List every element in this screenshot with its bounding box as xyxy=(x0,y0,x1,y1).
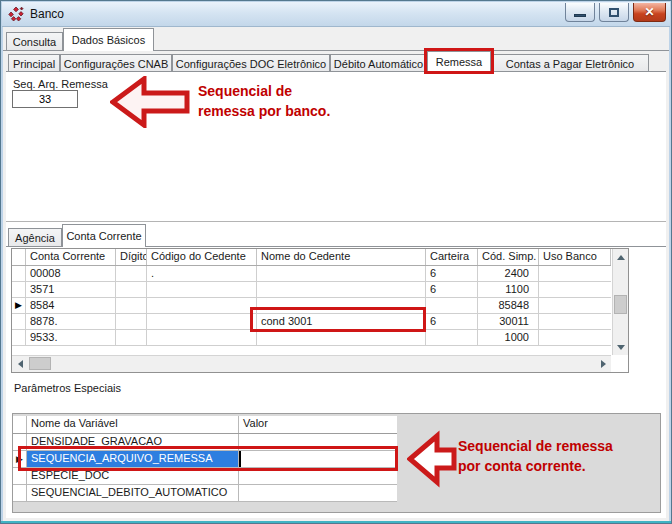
cell-uso-banco[interactable] xyxy=(539,298,611,313)
cell-nome-variavel[interactable]: SEQUENCIAL_DEBITO_AUTOMATICO xyxy=(27,485,239,501)
row-marker-cell xyxy=(12,330,26,345)
sequencia-arquivo-remessa-highlight-box xyxy=(18,446,398,471)
tab-principal-label: Principal xyxy=(13,58,55,70)
tab-dados-basicos-label: Dados Básicos xyxy=(72,34,145,46)
cell-cod-simp[interactable]: 1100 xyxy=(478,282,539,297)
cell-nome[interactable] xyxy=(257,330,426,345)
tab-dados-basicos[interactable]: Dados Básicos xyxy=(63,28,154,51)
row-marker-cell xyxy=(13,485,27,501)
cell-digito[interactable] xyxy=(116,298,147,313)
cell-valor[interactable] xyxy=(239,485,397,501)
col-header-nome-variavel: Nome da Variável xyxy=(27,416,239,433)
horizontal-scroll-thumb[interactable] xyxy=(29,357,51,370)
scroll-right-button[interactable] xyxy=(595,356,611,372)
table-row[interactable]: SEQUENCIAL_DEBITO_AUTOMATICO xyxy=(13,485,397,502)
tab-agencia[interactable]: Agência xyxy=(8,228,62,247)
titlebar[interactable]: Banco ✕ xyxy=(2,2,670,27)
scroll-down-button[interactable] xyxy=(613,339,629,355)
table-row[interactable]: 9533. 1000 xyxy=(12,330,611,346)
row-marker-cell xyxy=(12,282,26,297)
marker-column-header xyxy=(12,249,26,265)
cell-digito[interactable] xyxy=(116,266,147,281)
cell-uso-banco[interactable] xyxy=(539,282,611,297)
tab-conta-corrente[interactable]: Conta Corrente xyxy=(62,224,146,247)
tab-debito-automatico[interactable]: Débito Automático xyxy=(330,54,427,72)
scroll-up-button[interactable] xyxy=(613,249,629,265)
cell-cod-simp[interactable]: 30011 xyxy=(478,314,539,329)
chevron-right-icon xyxy=(601,360,606,368)
close-button[interactable]: ✕ xyxy=(633,3,666,22)
col-header-codigo-cedente: Código do Cedente xyxy=(147,249,257,265)
cell-digito[interactable] xyxy=(116,282,147,297)
remessa-page: Seq. Arq. Remessa Sequencial de remessa … xyxy=(6,72,666,518)
vertical-scroll-thumb[interactable] xyxy=(614,295,627,314)
cell-conta[interactable]: 9533. xyxy=(26,330,116,345)
cell-codigo[interactable]: . xyxy=(147,266,257,281)
vertical-scrollbar[interactable] xyxy=(612,249,628,355)
row-marker-cell xyxy=(12,314,26,329)
cell-carteira[interactable]: 6 xyxy=(426,266,478,281)
cell-codigo[interactable] xyxy=(147,314,257,329)
close-icon: ✕ xyxy=(644,6,654,18)
marker-column-header xyxy=(13,416,27,433)
tab-principal[interactable]: Principal xyxy=(8,54,60,72)
restore-icon xyxy=(609,8,619,17)
horizontal-scrollbar[interactable] xyxy=(12,355,611,372)
annotation-top-line2: remessa por banco. xyxy=(198,101,330,121)
cell-carteira[interactable] xyxy=(426,298,478,313)
tab-configuracoes-cnab-label: Configurações CNAB xyxy=(64,58,169,70)
cell-codigo[interactable] xyxy=(147,282,257,297)
col-header-digito: Dígito xyxy=(116,249,147,265)
annotation-bottom-line1: Sequencial de remessa xyxy=(458,436,613,456)
banco-window: Banco ✕ Consulta Dados Básicos Principal… xyxy=(0,0,672,524)
annotation-top-line1: Sequencial de xyxy=(198,81,330,101)
row-marker-icon: ▶ xyxy=(12,298,26,313)
table-row[interactable]: 00008 . 6 2400 xyxy=(12,266,611,282)
tab-agencia-label: Agência xyxy=(15,232,55,244)
grid-header-row: Nome da Variável Valor xyxy=(13,416,397,434)
seq-arq-remessa-input[interactable] xyxy=(12,90,78,108)
cell-conta[interactable]: 00008 xyxy=(26,266,116,281)
window-bottom-edge xyxy=(1,521,671,523)
cell-conta[interactable]: 8584 xyxy=(26,298,116,313)
cell-codigo[interactable] xyxy=(147,298,257,313)
tab-configuracoes-doc-eletronico[interactable]: Configurações DOC Eletrônico xyxy=(172,54,330,72)
cell-uso-banco[interactable] xyxy=(539,266,611,281)
remessa-highlight-box xyxy=(424,48,494,74)
cell-digito[interactable] xyxy=(116,330,147,345)
col-header-uso-banco: Uso Banco xyxy=(539,249,611,265)
cell-uso-banco[interactable] xyxy=(539,314,611,329)
tab-consulta[interactable]: Consulta xyxy=(6,32,63,51)
arrow-left-icon-top xyxy=(110,76,190,128)
cell-conta[interactable]: 8878. xyxy=(26,314,116,329)
tab-contas-a-pagar-eletronico[interactable]: Contas a Pagar Eletrônico xyxy=(491,54,649,72)
annotation-top: Sequencial de remessa por banco. xyxy=(198,81,330,121)
arrow-left-icon-bottom xyxy=(407,430,457,488)
app-icon xyxy=(8,6,24,22)
col-header-carteira: Carteira xyxy=(426,249,478,265)
row-marker-cell xyxy=(12,266,26,281)
annotation-bottom: Sequencial de remessa por conta corrente… xyxy=(458,436,613,476)
cell-cod-simp[interactable]: 1000 xyxy=(478,330,539,345)
cell-conta[interactable]: 3571 xyxy=(26,282,116,297)
chevron-left-icon xyxy=(18,360,23,368)
tab-configuracoes-cnab[interactable]: Configurações CNAB xyxy=(60,54,172,72)
cell-codigo[interactable] xyxy=(147,330,257,345)
table-row[interactable]: 3571 6 1100 xyxy=(12,282,611,298)
parametros-especiais-label: Parâmetros Especiais xyxy=(14,382,121,394)
minimize-button[interactable] xyxy=(565,3,595,22)
grid-header-row: Conta Corrente Dígito Código do Cedente … xyxy=(12,249,611,266)
cell-nome[interactable] xyxy=(257,266,426,281)
cell-cod-simp[interactable]: 85848 xyxy=(478,298,539,313)
cell-nome[interactable] xyxy=(257,282,426,297)
cell-carteira[interactable]: 6 xyxy=(426,314,478,329)
tab-debito-automatico-label: Débito Automático xyxy=(334,58,423,70)
cell-cod-simp[interactable]: 2400 xyxy=(478,266,539,281)
cell-carteira[interactable]: 6 xyxy=(426,282,478,297)
cell-carteira[interactable] xyxy=(426,330,478,345)
restore-button[interactable] xyxy=(599,3,629,22)
chevron-up-icon xyxy=(617,255,625,260)
cell-digito[interactable] xyxy=(116,314,147,329)
cell-uso-banco[interactable] xyxy=(539,330,611,345)
scroll-left-button[interactable] xyxy=(12,356,28,372)
